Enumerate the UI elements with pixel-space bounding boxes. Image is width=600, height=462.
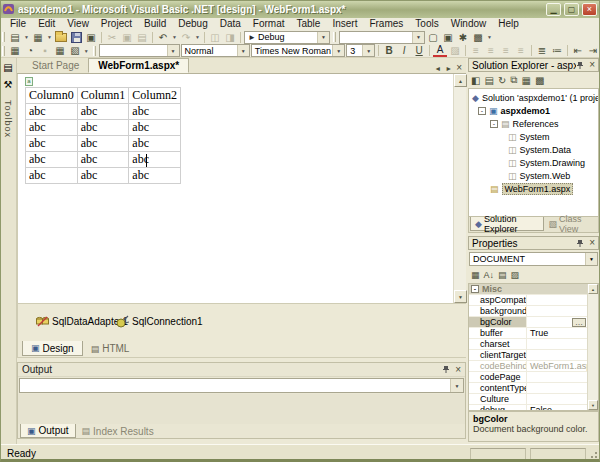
- pin-icon[interactable]: [576, 61, 584, 70]
- toolbar-grip[interactable]: [2, 32, 5, 42]
- view-code-button[interactable]: ◧: [471, 75, 480, 86]
- datagrid-cell[interactable]: abc: [26, 120, 78, 136]
- datagrid-cell[interactable]: abc: [77, 104, 129, 120]
- view-designer-button[interactable]: ▤: [484, 75, 493, 86]
- datagrid-cell[interactable]: abc: [129, 136, 181, 152]
- font-color-button[interactable]: A: [433, 44, 447, 57]
- bulleted-list-button[interactable]: ≔: [550, 44, 564, 57]
- menu-view[interactable]: View: [61, 18, 95, 30]
- menu-build[interactable]: Build: [138, 18, 172, 30]
- design-surface[interactable]: a Column0 Column1 Column2 abc abc abc ab…: [17, 74, 466, 303]
- maximize-button[interactable]: ▢: [564, 3, 579, 16]
- highlight-button[interactable]: ▨: [448, 44, 462, 57]
- menu-edit[interactable]: Edit: [32, 18, 61, 30]
- close-document-icon[interactable]: ×: [456, 63, 462, 73]
- tab-solution-explorer[interactable]: ◆ Solution Explorer: [470, 217, 544, 231]
- combo-dropdown-icon[interactable]: ▼: [317, 32, 329, 43]
- datagrid-header-cell[interactable]: Column2: [129, 88, 181, 104]
- undo-dropdown-icon[interactable]: ▼: [171, 34, 178, 40]
- toolbar-grip[interactable]: [333, 32, 336, 42]
- properties-scrollbar[interactable]: ▲ ▼: [587, 284, 598, 410]
- properties-view-button[interactable]: ▤: [498, 270, 507, 280]
- property-row-culture[interactable]: Culture: [469, 394, 598, 405]
- server-explorer-tab[interactable]: ▤: [1, 60, 16, 75]
- datagrid-cell[interactable]: abc: [129, 104, 181, 120]
- menu-insert[interactable]: Insert: [326, 18, 363, 30]
- close-icon[interactable]: ×: [589, 238, 595, 248]
- bgcolor-browse-button[interactable]: …: [572, 318, 586, 327]
- find-in-files-button[interactable]: ▢: [426, 31, 440, 44]
- menu-project[interactable]: Project: [95, 18, 138, 30]
- justify-button[interactable]: ≡: [514, 44, 528, 57]
- align-center-button[interactable]: ≡: [484, 44, 498, 57]
- pin-icon[interactable]: [442, 365, 450, 374]
- toolbar-grip[interactable]: [93, 46, 96, 56]
- output-pane-combo[interactable]: ▼: [19, 378, 464, 393]
- property-row-buffer[interactable]: buffer True: [469, 328, 598, 339]
- menu-format[interactable]: Format: [247, 18, 291, 30]
- tab-class-view[interactable]: ▧ Class View: [544, 217, 598, 231]
- datagrid-cell[interactable]: abc: [26, 168, 78, 184]
- refresh-button[interactable]: ↻: [498, 75, 506, 86]
- close-button[interactable]: ×: [582, 3, 597, 16]
- toolbar-options-icon[interactable]: ▼: [486, 34, 493, 40]
- show-grid-button[interactable]: ▦: [8, 44, 22, 57]
- tree-node-system-data[interactable]: ◫ System.Data: [469, 143, 598, 156]
- categorized-button[interactable]: ▦: [471, 270, 480, 280]
- combo-dropdown-icon[interactable]: ▼: [450, 379, 463, 392]
- scroll-up-icon[interactable]: ▲: [454, 74, 467, 87]
- show-all-files-button[interactable]: ▦: [521, 75, 530, 86]
- font-size-combo[interactable]: 3 ▼: [346, 44, 375, 57]
- collapse-icon[interactable]: -: [490, 120, 498, 128]
- property-row-background[interactable]: background: [469, 306, 598, 317]
- combo-dropdown-icon[interactable]: ▼: [332, 45, 344, 56]
- solution-configurations-combo[interactable]: ► Debug ▼: [244, 31, 330, 44]
- collapse-icon[interactable]: -: [478, 107, 486, 115]
- property-row-charset[interactable]: charset: [469, 339, 598, 350]
- collapse-icon[interactable]: -: [471, 285, 479, 293]
- alphabetical-button[interactable]: A↓: [484, 270, 495, 280]
- show-details-button[interactable]: ▧: [68, 44, 82, 57]
- tab-html-view[interactable]: ▤ HTML: [83, 341, 138, 356]
- tree-node-webform1[interactable]: ▤ WebForm1.aspx: [469, 182, 598, 195]
- solution-explorer-title-bar[interactable]: Solution Explorer - aspxdemo1 ×: [468, 58, 599, 72]
- show-table-borders-button[interactable]: ▦: [53, 44, 67, 57]
- bold-button[interactable]: B: [382, 44, 396, 57]
- align-left-button[interactable]: ≡: [469, 44, 483, 57]
- menu-debug[interactable]: Debug: [172, 18, 213, 30]
- component-sqldataadapter1[interactable]: SqlDataAdapter1: [36, 315, 128, 328]
- datagrid-cell[interactable]: abc: [129, 168, 181, 184]
- component-sqlconnection1[interactable]: SqlConnection1: [116, 315, 203, 328]
- font-name-combo[interactable]: Times New Roman ▼: [251, 44, 345, 57]
- datagrid-control[interactable]: Column0 Column1 Column2 abc abc abc abc …: [25, 87, 181, 184]
- component-tray[interactable]: SqlDataAdapter1 SqlConnection1: [17, 303, 466, 341]
- navigate-forward-button[interactable]: ◨: [223, 31, 237, 44]
- toolbar-options-icon[interactable]: ▼: [83, 48, 90, 54]
- properties-title-bar[interactable]: Properties ×: [468, 236, 599, 250]
- tab-design-view[interactable]: ▣ Design: [22, 341, 83, 356]
- command-window-button[interactable]: ▣: [441, 31, 455, 44]
- scroll-down-icon[interactable]: ▼: [588, 400, 598, 410]
- toolbox-label[interactable]: Toolbox: [3, 100, 13, 138]
- pin-icon[interactable]: [576, 239, 584, 248]
- combo-dropdown-icon[interactable]: ▼: [237, 45, 249, 56]
- redo-button[interactable]: ↷: [179, 31, 193, 44]
- scroll-tabs-right-icon[interactable]: ►: [445, 65, 452, 72]
- property-row-contenttype[interactable]: contentType: [469, 383, 598, 394]
- datagrid-cell[interactable]: abc: [129, 152, 181, 168]
- combo-dropdown-icon[interactable]: ▼: [585, 253, 597, 265]
- tree-node-system-drawing[interactable]: ◫ System.Drawing: [469, 156, 598, 169]
- combo-dropdown-icon[interactable]: ▼: [362, 45, 374, 56]
- menu-file[interactable]: File: [4, 18, 32, 30]
- datagrid-cell[interactable]: abc: [77, 168, 129, 184]
- outdent-button[interactable]: ⇤: [571, 44, 585, 57]
- numbered-list-button[interactable]: ≣: [535, 44, 549, 57]
- menu-table[interactable]: Table: [291, 18, 327, 30]
- toolbar-grip[interactable]: [2, 46, 5, 56]
- menu-tools[interactable]: Tools: [409, 18, 444, 30]
- property-row-bgcolor[interactable]: bgColor …: [469, 317, 598, 328]
- copy-button[interactable]: ▣: [120, 31, 134, 44]
- align-right-button[interactable]: ≡: [499, 44, 513, 57]
- copy-project-button[interactable]: ⧉: [510, 74, 517, 86]
- menu-window[interactable]: Window: [445, 18, 493, 30]
